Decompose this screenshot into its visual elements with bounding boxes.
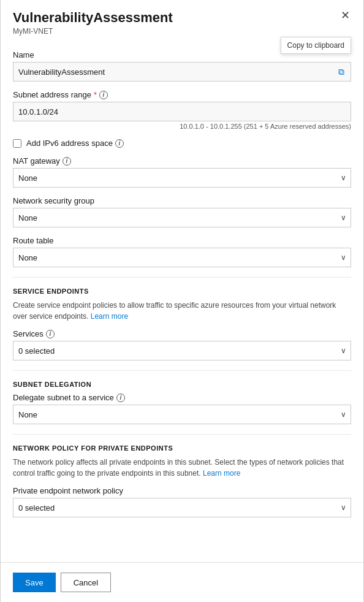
subnet-address-range-input[interactable] [13,102,351,121]
nsg-field-group: Network security group None ∨ [13,196,351,227]
service-endpoints-description: Create service endpoint policies to allo… [13,300,351,322]
service-endpoints-learn-more[interactable]: Learn more [91,312,128,321]
panel-content: Name ⧉ Subnet address range * i 10.0.1.0… [1,40,363,562]
services-dropdown[interactable]: 0 selected [13,341,351,360]
copy-to-clipboard-button[interactable]: ⧉ [334,64,349,79]
subnet-delegation-title: SUBNET DELEGATION [13,381,351,388]
nat-gateway-label: NAT gateway i [13,156,351,166]
panel-header: VulnerabilityAssessment MyMI-VNET ✕ [1,0,363,40]
delegate-subnet-dropdown-wrapper: None ∨ [13,405,351,424]
service-endpoints-title: SERVICE ENDPOINTS [13,288,351,295]
ipv6-label[interactable]: Add IPv6 address space i [26,139,124,148]
delegate-subnet-dropdown[interactable]: None [13,405,351,424]
subnet-address-range-field-group: Subnet address range * i 10.0.1.0 - 10.0… [13,90,351,130]
nat-gateway-field-group: NAT gateway i None ∨ [13,156,351,188]
services-label: Services i [13,329,351,338]
name-input-wrapper: ⧉ [13,62,351,82]
delegate-subnet-label: Delegate subnet to a service i [13,393,351,402]
services-info-icon[interactable]: i [46,330,55,338]
nsg-dropdown[interactable]: None [13,208,351,227]
cancel-button[interactable]: Cancel [61,573,111,592]
delegate-subnet-field-group: Delegate subnet to a service i None ∨ [13,393,351,424]
network-policy-title: NETWORK POLICY FOR PRIVATE ENDPOINTS [13,444,351,452]
close-button[interactable]: ✕ [337,9,354,22]
panel-footer: Save Cancel [1,562,363,602]
required-star: * [94,90,97,99]
nsg-dropdown-wrapper: None ∨ [13,208,351,227]
divider-1 [13,277,351,278]
nsg-label: Network security group [13,196,351,205]
clipboard-tooltip: Copy to clipboard [281,37,351,54]
network-policy-section: NETWORK POLICY FOR PRIVATE ENDPOINTS The… [13,444,351,517]
divider-3 [13,434,351,435]
clipboard-tooltip-text: Copy to clipboard [287,41,344,50]
nat-gateway-dropdown-wrapper: None ∨ [13,168,351,188]
private-endpoint-dropdown[interactable]: 0 selected [13,498,351,517]
divider-2 [13,370,351,371]
route-table-label: Route table [13,236,351,245]
panel-subtitle: MyMI-VNET [13,27,351,36]
subnet-delegation-section: SUBNET DELEGATION Delegate subnet to a s… [13,381,351,424]
ipv6-checkbox-row: Add IPv6 address space i [13,139,351,148]
delegate-subnet-info-icon[interactable]: i [116,394,125,402]
nat-gateway-dropdown[interactable]: None [13,168,351,188]
panel-title: VulnerabilityAssessment [13,10,351,26]
save-button[interactable]: Save [13,573,56,592]
ipv6-checkbox[interactable] [13,139,21,148]
subnet-address-range-label: Subnet address range * i [13,90,351,99]
ipv6-info-icon[interactable]: i [115,139,124,148]
private-endpoint-label: Private endpoint network policy [13,486,351,495]
services-dropdown-wrapper: 0 selected ∨ [13,341,351,360]
vulnerability-assessment-panel: VulnerabilityAssessment MyMI-VNET ✕ Copy… [0,0,364,602]
private-endpoint-field-group: Private endpoint network policy 0 select… [13,486,351,517]
network-policy-description: The network policy affects all private e… [13,457,351,479]
subnet-address-info-icon[interactable]: i [99,91,108,99]
route-table-field-group: Route table None ∨ [13,236,351,267]
route-table-dropdown-wrapper: None ∨ [13,248,351,267]
name-input[interactable] [13,62,351,82]
route-table-dropdown[interactable]: None [13,248,351,267]
network-policy-learn-more[interactable]: Learn more [203,469,240,478]
private-endpoint-dropdown-wrapper: 0 selected ∨ [13,498,351,517]
address-hint: 10.0.1.0 - 10.0.1.255 (251 + 5 Azure res… [13,123,351,130]
name-field-group: Name ⧉ [13,50,351,82]
services-field-group: Services i 0 selected ∨ [13,329,351,360]
service-endpoints-section: SERVICE ENDPOINTS Create service endpoin… [13,288,351,360]
nat-gateway-info-icon[interactable]: i [63,157,71,166]
copy-icon: ⧉ [338,67,344,77]
